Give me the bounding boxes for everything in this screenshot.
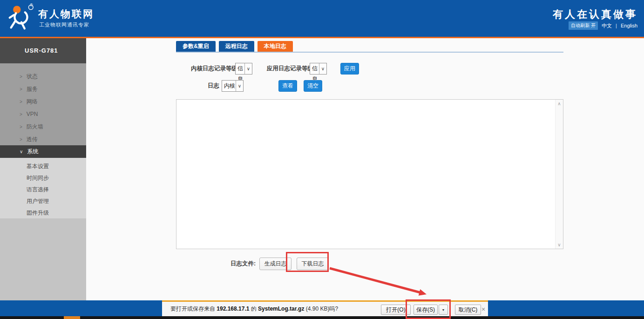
sidebar-item-vpn[interactable]: > VPN (0, 108, 86, 121)
save-dropdown-button[interactable]: ▼ (439, 305, 448, 315)
brand-logo-icon (7, 4, 34, 33)
download-log-button[interactable]: 下载日志 (297, 258, 329, 270)
apply-button[interactable]: 应用 (340, 63, 359, 75)
sidebar-item-system[interactable]: ∨ 系统 (0, 145, 86, 158)
language-en-link[interactable]: English (621, 23, 637, 28)
sidebar-item-passthrough[interactable]: > 透传 (0, 133, 86, 146)
brand-subtitle: 工业物联网通讯专家 (39, 21, 89, 28)
sidebar-item-label: VPN (27, 108, 38, 121)
select-value: 信息 (310, 63, 319, 74)
download-message: 要打开或保存来自 192.168.17.1 的 SystemLog.tar.gz… (170, 302, 338, 316)
clear-button[interactable]: 清空 (304, 80, 322, 92)
chevron-right-icon: > (20, 83, 22, 95)
sidebar-item-network[interactable]: > 网络 (0, 95, 86, 108)
select-value: 信息 (236, 63, 244, 74)
taskbar-strip (0, 316, 644, 319)
select-value: 内核 (222, 81, 236, 91)
app-log-level-select[interactable]: 信息 ∨ (310, 63, 327, 75)
registered-mark-icon: ® (30, 3, 33, 7)
scroll-down-icon[interactable]: ∨ (556, 241, 563, 249)
chevron-right-icon: > (20, 133, 22, 146)
auto-refresh-badge[interactable]: 自动刷新 开 (569, 21, 598, 30)
open-button[interactable]: 打开(O) (381, 305, 411, 315)
cancel-button[interactable]: 取消(C) (455, 305, 481, 315)
page: ® 有人物联网 工业物联网通讯专家 有人在认真做事 自动刷新 开 中文 | En… (0, 0, 644, 319)
message-prefix: 要打开或保存来自 (170, 305, 217, 312)
header-accent-divider (0, 37, 644, 38)
download-filename: SystemLog.tar.gz (258, 305, 304, 312)
caret-down-icon: ▼ (442, 308, 445, 312)
header-slogan: 有人在认真做事 (553, 7, 637, 21)
taskbar-highlight (64, 316, 80, 319)
tab-bar: 参数&重启 远程日志 本地日志 (176, 41, 293, 52)
sidebar-subitem-user-management[interactable]: 用户管理 (0, 196, 86, 207)
log-textarea[interactable]: ∧ ∨ (176, 99, 563, 249)
annotation-arrow-icon (325, 264, 432, 301)
download-host: 192.168.17.1 (217, 305, 249, 312)
sidebar-subitem-time-sync[interactable]: 时间同步 (0, 172, 86, 184)
sidebar-item-label: 服务 (27, 83, 38, 95)
sidebar-submenu: 基本设置 时间同步 语言选择 用户管理 固件升级 (0, 158, 86, 218)
chevron-right-icon: > (20, 70, 22, 83)
tab-remote-log[interactable]: 远程日志 (219, 41, 254, 52)
sidebar-menu: > 状态 > 服务 > 网络 > VPN > 防火墙 > 透传 (0, 63, 86, 145)
header-controls: 自动刷新 开 中文 | English (569, 21, 637, 30)
sidebar-subitem-firmware-upgrade[interactable]: 固件升级 (0, 207, 86, 219)
sidebar-item-label: 状态 (27, 70, 38, 83)
sidebar-subitem-basic-settings[interactable]: 基本设置 (0, 161, 86, 172)
chevron-down-icon: ∨ (236, 81, 243, 91)
sidebar-item-label: 透传 (27, 133, 38, 146)
save-button[interactable]: 保存(S) (414, 305, 438, 315)
header: ® 有人物联网 工业物联网通讯专家 有人在认真做事 自动刷新 开 中文 | En… (0, 0, 644, 37)
chevron-right-icon: > (20, 95, 22, 108)
download-size: (4.90 KB) (304, 305, 329, 312)
tab-underline (176, 52, 563, 53)
log-select-label: 日志 (208, 80, 219, 92)
device-title: USR-G781 (0, 38, 86, 63)
close-notification-icon[interactable]: × (481, 305, 485, 313)
sidebar-item-status[interactable]: > 状态 (0, 70, 86, 83)
kernel-log-level-select[interactable]: 信息 ∨ (235, 63, 252, 75)
kernel-log-level-label: 内核日志记录等级 (191, 63, 237, 75)
language-zh-link[interactable]: 中文 (602, 22, 612, 29)
tab-params-restart[interactable]: 参数&重启 (176, 41, 216, 52)
download-notification-bar: 要打开或保存来自 192.168.17.1 的 SystemLog.tar.gz… (162, 300, 488, 316)
view-button[interactable]: 查看 (278, 80, 297, 92)
scrollbar[interactable]: ∧ ∨ (555, 100, 563, 249)
sidebar-item-label: 系统 (27, 145, 38, 158)
log-type-select[interactable]: 内核 ∨ (222, 80, 244, 92)
sidebar-item-services[interactable]: > 服务 (0, 83, 86, 95)
sidebar-item-label: 防火墙 (27, 121, 43, 133)
brand-title: 有人物联网 (38, 7, 94, 20)
message-middle: 的 (249, 305, 258, 312)
sidebar-item-firewall[interactable]: > 防火墙 (0, 121, 86, 133)
tab-local-log[interactable]: 本地日志 (258, 41, 293, 52)
chevron-down-icon: ∨ (319, 63, 326, 74)
chevron-right-icon: > (20, 108, 22, 121)
chevron-right-icon: > (20, 121, 22, 133)
sidebar-filler (0, 218, 86, 300)
sidebar-item-label: 网络 (27, 95, 38, 108)
language-divider: | (616, 23, 617, 28)
app-log-level-label: 应用日志记录等级 (267, 63, 313, 75)
log-file-label: 日志文件: (230, 258, 256, 270)
generate-log-button[interactable]: 生成日志 (259, 258, 291, 270)
chevron-down-icon: ∨ (244, 63, 252, 74)
sidebar-subitem-language-select[interactable]: 语言选择 (0, 184, 86, 196)
message-suffix: 吗? (329, 305, 338, 312)
chevron-down-icon: ∨ (20, 145, 23, 158)
scroll-up-icon[interactable]: ∧ (556, 100, 563, 108)
